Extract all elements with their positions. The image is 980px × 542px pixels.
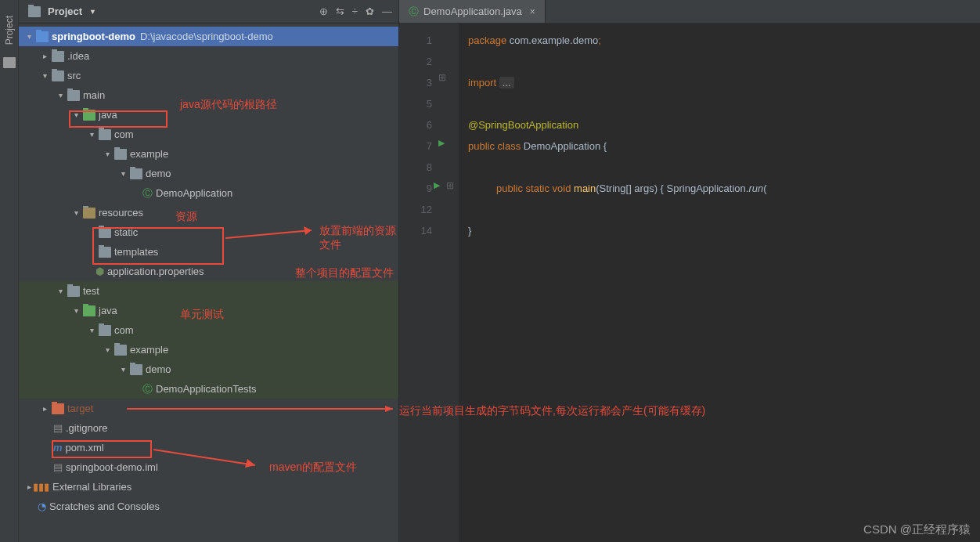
editor-body[interactable]: 1 2 3 5 6 7 8 9 12 14 ⊞ ▶ ⊞ ▶ package co… <box>399 23 980 542</box>
tree-item-main[interactable]: ▾main <box>19 85 398 105</box>
maven-icon: m <box>53 442 63 453</box>
library-icon: ▮▮▮ <box>33 481 49 493</box>
folder-icon <box>67 90 80 101</box>
project-tree[interactable]: ▾ springboot-demo D:\javacode\springboot… <box>19 23 398 519</box>
rail-icon[interactable] <box>3 57 16 68</box>
gutter-marks: ⊞ ▶ ⊞ ▶ <box>438 23 459 542</box>
expand-icon[interactable]: ⇆ <box>336 5 344 17</box>
tree-item-java[interactable]: ▾java <box>19 105 398 125</box>
tree-item-idea[interactable]: ▸.idea <box>19 46 398 66</box>
locate-icon[interactable]: ⊕ <box>319 5 328 17</box>
project-view-selector[interactable]: Project ▼ <box>25 5 96 17</box>
panel-title: Project <box>48 5 82 17</box>
chevron-down-icon[interactable]: ▾ <box>103 150 111 158</box>
tab-label: DemoApplication.java <box>423 5 522 17</box>
code-area[interactable]: package com.example.demo; import ... @Sp… <box>459 23 980 542</box>
tree-item-demoapptests[interactable]: ⒸDemoApplicationTests <box>19 379 398 399</box>
package-icon <box>99 325 111 336</box>
package-icon <box>130 168 142 179</box>
scratch-icon: ◔ <box>38 500 46 512</box>
line-number-gutter: 1 2 3 5 6 7 8 9 12 14 <box>399 23 438 542</box>
tree-item-target[interactable]: ▸target <box>19 399 398 418</box>
tree-item-src[interactable]: ▾src <box>19 66 398 85</box>
package-icon <box>114 345 127 356</box>
project-name: springboot-demo <box>52 31 135 42</box>
spring-props-icon: ⬢ <box>95 266 104 277</box>
folder-icon <box>52 70 64 81</box>
chevron-down-icon[interactable]: ▾ <box>72 306 80 315</box>
folder-icon <box>99 247 111 258</box>
chevron-down-icon[interactable]: ▾ <box>88 130 95 139</box>
fold-icon[interactable]: ⊞ <box>438 72 446 83</box>
tree-item-templates[interactable]: templates <box>19 242 398 262</box>
folder-icon <box>67 286 80 297</box>
chevron-down-icon[interactable]: ▾ <box>56 287 64 295</box>
chevron-down-icon[interactable]: ▾ <box>72 110 80 119</box>
tree-item-demoapp[interactable]: ⒸDemoApplication <box>19 183 398 203</box>
package-icon <box>130 364 142 375</box>
chevron-right-icon[interactable]: ▸ <box>41 404 49 413</box>
tree-item-test-com[interactable]: ▾com <box>19 320 398 340</box>
chevron-down-icon: ▼ <box>89 8 96 16</box>
tree-item-test-java[interactable]: ▾java <box>19 301 398 320</box>
file-icon: ▤ <box>53 461 63 473</box>
tree-item-com[interactable]: ▾com <box>19 125 398 144</box>
hide-icon[interactable]: — <box>382 5 392 17</box>
chevron-down-icon[interactable]: ▾ <box>41 71 49 80</box>
settings-icon[interactable]: ✿ <box>366 5 374 17</box>
source-folder-icon <box>83 110 95 121</box>
chevron-right-icon[interactable]: ▸ <box>41 52 49 60</box>
chevron-down-icon[interactable]: ▾ <box>56 91 64 99</box>
file-icon: ▤ <box>53 422 63 434</box>
folder-icon <box>99 227 111 238</box>
panel-toolbar: ⊕ ⇆ ÷ ✿ — <box>319 5 392 17</box>
tree-item-scratches[interactable]: ◔Scratches and Consoles <box>19 497 398 516</box>
excluded-folder-icon <box>52 403 64 414</box>
module-icon <box>36 31 49 42</box>
chevron-down-icon[interactable]: ▾ <box>119 169 127 178</box>
close-icon[interactable]: × <box>530 6 535 17</box>
run-gutter-icon[interactable]: ▶ <box>434 180 440 190</box>
watermark: CSDN @正经程序猿 <box>863 522 971 537</box>
chevron-down-icon[interactable]: ▾ <box>119 365 127 374</box>
tree-item-pom[interactable]: mpom.xml <box>19 438 398 457</box>
tree-item-gitignore[interactable]: ▤.gitignore <box>19 418 398 438</box>
tree-item-test-demo[interactable]: ▾demo <box>19 360 398 379</box>
tree-item-static[interactable]: static <box>19 222 398 242</box>
project-rail-label[interactable]: Project <box>4 16 15 45</box>
project-panel-header: Project ▼ ⊕ ⇆ ÷ ✿ — <box>19 0 398 23</box>
run-gutter-icon[interactable]: ▶ <box>438 138 445 148</box>
chevron-down-icon[interactable]: ▾ <box>103 345 111 354</box>
tree-root[interactable]: ▾ springboot-demo D:\javacode\springboot… <box>19 27 398 46</box>
editor-panel: Ⓒ DemoApplication.java × 1 2 3 5 6 7 8 9… <box>399 0 980 542</box>
fold-icon[interactable]: ⊞ <box>446 180 454 191</box>
expand-arrow-icon[interactable]: ▾ <box>25 32 33 41</box>
collapse-icon[interactable]: ÷ <box>352 5 358 17</box>
chevron-down-icon[interactable]: ▾ <box>72 208 80 217</box>
editor-tab[interactable]: Ⓒ DemoApplication.java × <box>399 0 546 23</box>
project-panel: Project ▼ ⊕ ⇆ ÷ ✿ — ▾ springboot-demo D:… <box>19 0 399 542</box>
tree-item-extlib[interactable]: ▸▮▮▮External Libraries <box>19 477 398 497</box>
spring-class-icon: Ⓒ <box>142 186 153 201</box>
project-path: D:\javacode\springboot-demo <box>140 31 273 42</box>
chevron-right-icon[interactable]: ▸ <box>25 482 33 491</box>
test-folder-icon <box>83 305 95 316</box>
resources-folder-icon <box>83 208 95 219</box>
package-icon <box>114 149 127 160</box>
tree-item-iml[interactable]: ▤springboot-demo.iml <box>19 457 398 477</box>
tree-item-example[interactable]: ▾example <box>19 144 398 164</box>
tree-item-demo[interactable]: ▾demo <box>19 164 398 183</box>
tree-item-resources[interactable]: ▾resources <box>19 203 398 222</box>
chevron-down-icon[interactable]: ▾ <box>88 326 95 334</box>
package-icon <box>99 129 111 140</box>
tree-item-test[interactable]: ▾test <box>19 281 398 301</box>
folder-icon <box>28 6 41 17</box>
editor-tabs: Ⓒ DemoApplication.java × <box>399 0 980 23</box>
folder-icon <box>52 51 64 62</box>
tree-item-test-example[interactable]: ▾example <box>19 340 398 360</box>
tree-item-appprops[interactable]: ⬢application.properties <box>19 262 398 281</box>
tool-window-rail: Project <box>0 0 19 542</box>
spring-class-icon: Ⓒ <box>409 5 419 19</box>
spring-class-icon: Ⓒ <box>142 382 153 396</box>
